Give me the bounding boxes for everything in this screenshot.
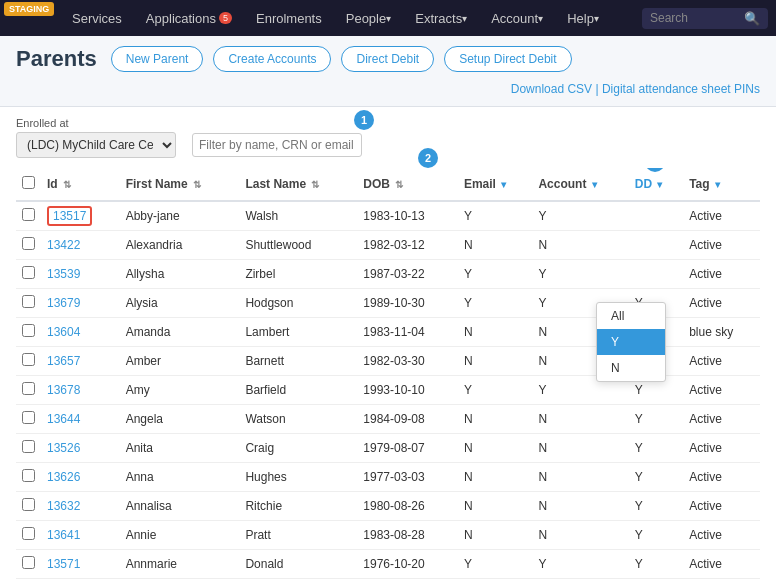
row-id[interactable]: 13679 (41, 289, 120, 318)
col-first-name[interactable]: First Name ⇅ (120, 168, 240, 201)
nav-enrolments[interactable]: Enrolments (246, 0, 332, 36)
row-checkbox-cell[interactable] (16, 434, 41, 463)
row-checkbox-cell[interactable] (16, 492, 41, 521)
row-first-name: Annie (120, 521, 240, 550)
row-checkbox[interactable] (22, 295, 35, 308)
row-checkbox[interactable] (22, 527, 35, 540)
row-first-name: Amy (120, 376, 240, 405)
row-checkbox-cell[interactable] (16, 405, 41, 434)
nav-extracts[interactable]: Extracts ▾ (405, 0, 477, 36)
search-input[interactable] (650, 11, 740, 25)
table-row: 13539 Allysha Zirbel 1987-03-22 Y Y Acti… (16, 260, 760, 289)
row-id[interactable]: 13422 (41, 231, 120, 260)
row-dob: 1982-03-30 (357, 347, 458, 376)
enrolled-at-label: Enrolled at (16, 117, 176, 129)
table-row: 13422 Alexandria Shuttlewood 1982-03-12 … (16, 231, 760, 260)
row-tag: Active (683, 201, 760, 231)
table-row: 13632 Annalisa Ritchie 1980-08-26 N N Y … (16, 492, 760, 521)
col-email[interactable]: Email ▾ (458, 168, 533, 201)
col-last-name[interactable]: Last Name ⇅ (239, 168, 357, 201)
row-tag: Active (683, 260, 760, 289)
enrolled-at-filter: Enrolled at (LDC) MyChild Care Ce (16, 117, 176, 158)
nav-services[interactable]: Services (62, 0, 132, 36)
row-checkbox[interactable] (22, 266, 35, 279)
row-checkbox-cell[interactable] (16, 376, 41, 405)
row-checkbox[interactable] (22, 440, 35, 453)
col-id[interactable]: Id ⇅ (41, 168, 120, 201)
row-first-name: Amber (120, 347, 240, 376)
create-accounts-button[interactable]: Create Accounts (213, 46, 331, 72)
row-dd (629, 260, 683, 289)
row-tag: Active (683, 289, 760, 318)
dd-option-all[interactable]: All (597, 303, 665, 329)
row-id[interactable]: 13571 (41, 550, 120, 579)
filters-section: Enrolled at (LDC) MyChild Care Ce 1 2 (0, 107, 776, 168)
row-account: N (532, 405, 628, 434)
row-email: N (458, 405, 533, 434)
col-dd[interactable]: DD ▾ 3 (629, 168, 683, 201)
row-checkbox-cell[interactable] (16, 318, 41, 347)
row-id[interactable]: 13678 (41, 376, 120, 405)
row-id[interactable]: 13604 (41, 318, 120, 347)
row-checkbox[interactable] (22, 556, 35, 569)
row-id[interactable]: 13539 (41, 260, 120, 289)
row-dd: Y (629, 521, 683, 550)
row-checkbox[interactable] (22, 208, 35, 221)
row-first-name: Amanda (120, 318, 240, 347)
row-last-name: Walsh (239, 201, 357, 231)
name-filter-input[interactable] (192, 133, 362, 157)
row-dob: 1976-10-20 (357, 550, 458, 579)
row-id[interactable]: 13644 (41, 405, 120, 434)
row-first-name: Anita (120, 434, 240, 463)
table-row: 13571 Annmarie Donald 1976-10-20 Y Y Y A… (16, 550, 760, 579)
row-id[interactable]: 13526 (41, 434, 120, 463)
dd-option-y[interactable]: Y (597, 329, 665, 355)
nav-help[interactable]: Help ▾ (557, 0, 609, 36)
dd-option-n[interactable]: N (597, 355, 665, 381)
row-tag: Active (683, 231, 760, 260)
row-id[interactable]: 13657 (41, 347, 120, 376)
row-checkbox-cell[interactable] (16, 521, 41, 550)
new-parent-button[interactable]: New Parent (111, 46, 204, 72)
row-checkbox-cell[interactable] (16, 231, 41, 260)
row-email: N (458, 521, 533, 550)
row-checkbox-cell[interactable] (16, 550, 41, 579)
row-id[interactable]: 13517 (41, 201, 120, 231)
row-email: Y (458, 260, 533, 289)
row-id[interactable]: 13632 (41, 492, 120, 521)
row-checkbox[interactable] (22, 469, 35, 482)
nav-account[interactable]: Account ▾ (481, 0, 553, 36)
col-account[interactable]: Account ▾ (532, 168, 628, 201)
select-all-checkbox[interactable] (22, 176, 35, 189)
row-checkbox-cell[interactable] (16, 289, 41, 318)
download-csv-link[interactable]: Download CSV (511, 82, 592, 96)
digital-attendance-link[interactable]: Digital attendance sheet PINs (602, 82, 760, 96)
row-id[interactable]: 13641 (41, 521, 120, 550)
nav-people[interactable]: People ▾ (336, 0, 401, 36)
enrolled-at-select[interactable]: (LDC) MyChild Care Ce (16, 132, 176, 158)
search-box[interactable]: 🔍 (642, 8, 768, 29)
row-checkbox[interactable] (22, 382, 35, 395)
row-checkbox[interactable] (22, 411, 35, 424)
row-checkbox[interactable] (22, 237, 35, 250)
row-checkbox-cell[interactable] (16, 463, 41, 492)
nav-applications[interactable]: Applications 5 (136, 0, 242, 36)
row-checkbox-cell[interactable] (16, 260, 41, 289)
row-checkbox[interactable] (22, 324, 35, 337)
row-checkbox[interactable] (22, 498, 35, 511)
col-dob[interactable]: DOB ⇅ (357, 168, 458, 201)
row-checkbox-cell[interactable] (16, 347, 41, 376)
direct-debit-button[interactable]: Direct Debit (341, 46, 434, 72)
table-row: 13626 Anna Hughes 1977-03-03 N N Y Activ… (16, 463, 760, 492)
dd-filter-dropdown[interactable]: All Y N (596, 302, 666, 382)
select-all-checkbox-col[interactable] (16, 168, 41, 201)
col-tag[interactable]: Tag ▾ (683, 168, 760, 201)
row-checkbox[interactable] (22, 353, 35, 366)
row-dob: 1980-08-26 (357, 492, 458, 521)
row-id[interactable]: 13626 (41, 463, 120, 492)
row-checkbox-cell[interactable] (16, 201, 41, 231)
row-email: N (458, 434, 533, 463)
row-email: Y (458, 550, 533, 579)
setup-direct-debit-button[interactable]: Setup Direct Debit (444, 46, 571, 72)
id-highlighted[interactable]: 13517 (47, 206, 92, 226)
